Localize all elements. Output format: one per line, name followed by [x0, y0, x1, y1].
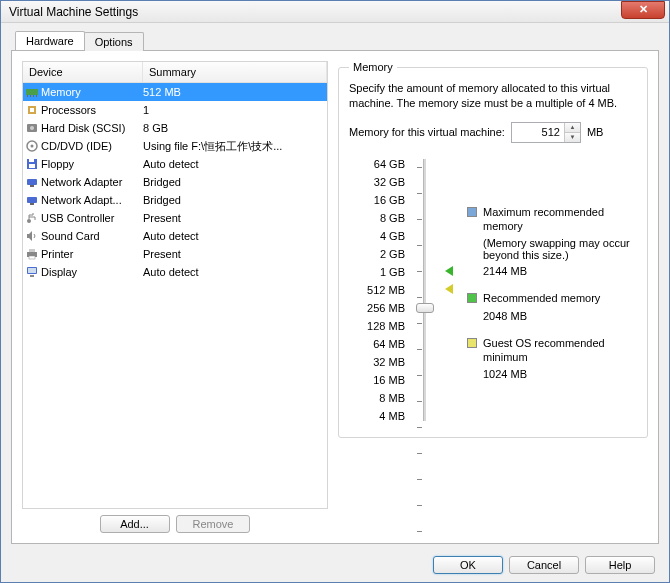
device-summary: 8 GB	[143, 122, 327, 134]
tick-label: 32 GB	[359, 173, 405, 191]
display-icon	[23, 265, 41, 279]
tick-label: 8 MB	[359, 389, 405, 407]
device-summary: Present	[143, 248, 327, 260]
device-name: CD/DVD (IDE)	[41, 140, 143, 152]
floppy-icon	[23, 157, 41, 171]
device-summary: Auto detect	[143, 266, 327, 278]
tick-label: 32 MB	[359, 353, 405, 371]
help-button[interactable]: Help	[585, 556, 655, 574]
tick-label: 512 MB	[359, 281, 405, 299]
memory-label: Memory for this virtual machine:	[349, 126, 505, 138]
net-icon	[23, 193, 41, 207]
device-summary: Bridged	[143, 194, 327, 206]
tick-label: 128 MB	[359, 317, 405, 335]
tick-label: 1 GB	[359, 263, 405, 281]
col-device[interactable]: Device	[23, 62, 143, 82]
device-row-usb[interactable]: USB ControllerPresent	[23, 209, 327, 227]
memory-icon	[23, 85, 41, 99]
svg-rect-4	[36, 95, 37, 97]
memory-legend: Memory	[349, 61, 397, 73]
svg-rect-23	[28, 268, 36, 273]
svg-rect-2	[30, 95, 31, 97]
tick-label: 16 MB	[359, 371, 405, 389]
device-row-hdd[interactable]: Hard Disk (SCSI)8 GB	[23, 119, 327, 137]
svg-rect-16	[27, 197, 37, 203]
window-title: Virtual Machine Settings	[9, 5, 138, 19]
device-name: Memory	[41, 86, 143, 98]
legend-max-label: Maximum recommended memory	[483, 205, 637, 234]
usb-icon	[23, 211, 41, 225]
svg-rect-0	[26, 89, 38, 95]
titlebar: Virtual Machine Settings ✕	[1, 1, 669, 23]
device-summary: Bridged	[143, 176, 327, 188]
svg-rect-15	[30, 185, 34, 187]
cpu-icon	[23, 103, 41, 117]
legend-min-label: Guest OS recommended minimum	[483, 336, 637, 365]
cd-icon	[23, 139, 41, 153]
memory-group: Memory Specify the amount of memory allo…	[338, 61, 648, 438]
device-row-net[interactable]: Network Adapt...Bridged	[23, 191, 327, 209]
device-row-printer[interactable]: PrinterPresent	[23, 245, 327, 263]
add-button[interactable]: Add...	[100, 515, 170, 533]
close-button[interactable]: ✕	[621, 1, 665, 19]
device-row-floppy[interactable]: FloppyAuto detect	[23, 155, 327, 173]
tick-label: 64 GB	[359, 155, 405, 173]
device-name: Display	[41, 266, 143, 278]
device-name: Hard Disk (SCSI)	[41, 122, 143, 134]
device-row-memory[interactable]: Memory512 MB	[23, 83, 327, 101]
device-row-sound[interactable]: Sound CardAuto detect	[23, 227, 327, 245]
device-row-net[interactable]: Network AdapterBridged	[23, 173, 327, 191]
legend-min-value: 1024 MB	[467, 368, 637, 380]
svg-rect-21	[29, 256, 35, 259]
legend-max-sub: (Memory swapping may occur beyond this s…	[467, 237, 637, 261]
memory-desc: Specify the amount of memory allocated t…	[349, 81, 637, 112]
col-summary[interactable]: Summary	[143, 62, 327, 82]
tick-label: 16 GB	[359, 191, 405, 209]
device-name: USB Controller	[41, 212, 143, 224]
tick-label: 64 MB	[359, 335, 405, 353]
device-name: Network Adapter	[41, 176, 143, 188]
device-row-cd[interactable]: CD/DVD (IDE)Using file F:\恒拓工作\技术...	[23, 137, 327, 155]
device-list-header: Device Summary	[23, 62, 327, 83]
swatch-rec-icon	[467, 293, 477, 303]
ok-button[interactable]: OK	[433, 556, 503, 574]
legend-rec-label: Recommended memory	[483, 291, 600, 305]
legend-max-value: 2144 MB	[467, 265, 637, 277]
slider-thumb[interactable]	[416, 303, 434, 313]
memory-spinner[interactable]: ▲ ▼	[511, 122, 581, 143]
memory-input[interactable]	[512, 123, 564, 142]
remove-button[interactable]: Remove	[176, 515, 251, 533]
svg-rect-6	[30, 108, 34, 112]
device-summary: 512 MB	[143, 86, 327, 98]
marker-yellow-icon	[445, 284, 453, 294]
tick-label: 8 GB	[359, 209, 405, 227]
svg-point-8	[30, 126, 34, 130]
svg-rect-12	[29, 159, 34, 162]
spin-down-icon[interactable]: ▼	[565, 133, 580, 142]
tab-options[interactable]: Options	[84, 32, 144, 51]
device-row-cpu[interactable]: Processors1	[23, 101, 327, 119]
device-name: Network Adapt...	[41, 194, 143, 206]
svg-point-10	[31, 145, 34, 148]
svg-rect-17	[30, 203, 34, 205]
marker-green-icon	[445, 266, 453, 276]
spin-up-icon[interactable]: ▲	[565, 123, 580, 133]
memory-unit: MB	[587, 126, 604, 138]
cancel-button[interactable]: Cancel	[509, 556, 579, 574]
svg-rect-13	[29, 164, 35, 168]
device-row-display[interactable]: DisplayAuto detect	[23, 263, 327, 281]
device-summary: Present	[143, 212, 327, 224]
svg-rect-14	[27, 179, 37, 185]
device-summary: 1	[143, 104, 327, 116]
legend-rec-value: 2048 MB	[467, 310, 637, 322]
hdd-icon	[23, 121, 41, 135]
device-summary: Auto detect	[143, 230, 327, 242]
svg-point-18	[27, 219, 31, 223]
printer-icon	[23, 247, 41, 261]
tick-label: 4 MB	[359, 407, 405, 425]
svg-rect-1	[27, 95, 28, 97]
tab-hardware[interactable]: Hardware	[15, 31, 85, 50]
memory-slider[interactable]	[413, 155, 437, 425]
device-name: Processors	[41, 104, 143, 116]
swatch-max-icon	[467, 207, 477, 217]
